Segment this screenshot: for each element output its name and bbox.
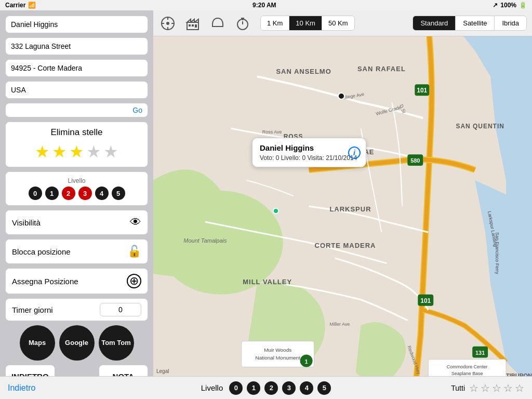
stars-row[interactable]: ★ ★ ★ ★ ★ [11,142,142,162]
left-panel: Go Elimina stelle ★ ★ ★ ★ ★ Livello 0 1 … [0,10,153,376]
timer-input[interactable] [100,303,141,316]
standard-btn[interactable]: Standard [413,16,456,30]
timer-icon-btn[interactable] [233,14,252,33]
star-1[interactable]: ★ [35,142,50,162]
satellite-btn[interactable]: Satellite [456,16,495,30]
level-section-label: Livello [11,177,142,184]
country-field[interactable] [5,81,148,99]
star-5[interactable]: ★ [103,142,118,162]
assign-label: Assegna Posizione [12,277,78,286]
level-0[interactable]: 0 [29,187,42,200]
svg-text:Ross Ave: Ross Ave [262,129,282,135]
lock-icon[interactable]: 🔓 [127,245,141,258]
svg-text:Miller Ave: Miller Ave [330,322,350,327]
popup-info-button[interactable]: i [348,147,361,159]
bottom-star-1[interactable]: ☆ [469,382,478,394]
svg-text:Commodore Center: Commodore Center [447,364,488,369]
legal-text: Legal [156,368,169,374]
svg-rect-19 [506,128,532,232]
svg-text:580: 580 [410,157,420,164]
visibility-row: Visibilità 👁 [5,210,148,235]
svg-text:Muir Woods: Muir Woods [264,347,291,353]
address2-field[interactable] [5,59,148,77]
google-button[interactable]: Google [59,325,95,361]
svg-text:SAN RAFAEL: SAN RAFAEL [357,65,406,73]
svg-text:SAN QUENTIN: SAN QUENTIN [456,123,504,130]
bottom-star-2[interactable]: ☆ [481,382,490,394]
level-2[interactable]: 2 [62,187,75,200]
note-button[interactable]: NOTA [99,365,149,376]
map-area: 1 Km 10 Km 50 Km Standard Satellite Ibri… [153,10,532,376]
bottom-level-1[interactable]: 1 [247,381,260,395]
battery-label: 100% [500,2,516,9]
svg-marker-7 [187,19,191,22]
star-4[interactable]: ★ [86,142,101,162]
bottom-level-2[interactable]: 2 [264,381,278,395]
map-popup: Daniel Higgins Voto: 0 Livello: 0 Visita… [252,138,366,167]
svg-text:1: 1 [305,358,308,365]
km-group: 1 Km 10 Km 50 Km [260,16,355,31]
back-note-row: INDIETRO NOTA [5,365,148,376]
svg-marker-8 [191,19,194,22]
map-type-group: Standard Satellite Ibrida [413,16,527,31]
bottom-level-0[interactable]: 0 [229,381,243,395]
location-icon-btn[interactable] [158,14,177,33]
maps-button[interactable]: Maps [20,325,55,361]
bottom-level-3[interactable]: 3 [282,381,296,395]
star-3[interactable]: ★ [69,142,84,162]
stars-section: Elimina stelle ★ ★ ★ ★ ★ [5,122,148,167]
eye-icon[interactable]: 👁 [130,216,141,229]
crosshair-icon[interactable]: ⊕ [127,274,141,288]
svg-text:101: 101 [420,297,431,304]
factory-icon-btn[interactable] [183,14,202,33]
go-field[interactable]: Go [5,103,148,117]
km10-btn[interactable]: 10 Km [289,16,322,30]
svg-marker-9 [194,19,198,22]
star-2[interactable]: ★ [52,142,67,162]
svg-text:LARKSPUR: LARKSPUR [329,205,371,213]
svg-text:SAN ANSELMO: SAN ANSELMO [276,68,331,75]
time-label: 9:20 AM [252,2,276,9]
block-row: Blocca posizione 🔓 [5,239,148,264]
level-4[interactable]: 4 [95,187,109,200]
timer-row: Timer giorni [5,298,148,321]
bottom-level-4[interactable]: 4 [300,381,313,395]
bottom-star-4[interactable]: ☆ [503,382,513,394]
bottom-back-label[interactable]: Indietro [8,383,35,392]
svg-text:MILL VALLEY: MILL VALLEY [243,278,292,286]
svg-text:TIBURON: TIBURON [506,373,532,376]
km50-btn[interactable]: 50 Km [322,16,354,30]
stars-title: Elimina stelle [11,127,142,138]
map-toolbar: 1 Km 10 Km 50 Km Standard Satellite Ibri… [153,10,532,36]
svg-text:101: 101 [417,87,427,94]
battery-icon: 🔋 [519,2,527,9]
contact-name-field[interactable] [5,16,148,33]
level-3[interactable]: 3 [78,187,92,200]
status-bar: Carrier 📶 9:20 AM ↗ 100% 🔋 [0,0,532,10]
svg-text:Mount Tamalpais: Mount Tamalpais [183,237,227,244]
level-section: Livello 0 1 2 3 4 5 [5,171,148,206]
svg-text:CORTE MADERA: CORTE MADERA [315,242,376,249]
level-badges-row: 0 1 2 3 4 5 [11,187,142,200]
back-button[interactable]: INDIETRO [5,365,55,376]
level-5[interactable]: 5 [112,187,125,200]
map-background[interactable]: 101 580 101 131 SAN ANSELMO SAN RAFAEL R… [153,36,532,376]
svg-point-1 [166,22,169,25]
san-rafael-pin [338,92,345,100]
svg-text:131: 131 [475,350,485,356]
carrier-label: Carrier [5,2,25,9]
address1-field[interactable] [5,37,148,55]
svg-rect-11 [192,24,194,26]
km1-btn[interactable]: 1 Km [261,16,289,30]
bottom-level-5[interactable]: 5 [317,381,331,395]
action-buttons: Maps Google Tom Tom INDIETRO NOTA [5,325,148,376]
corte-madera-pin [273,208,279,214]
tomtom-button[interactable]: Tom Tom [99,325,134,361]
visibility-label: Visibilità [12,218,41,227]
bottom-star-3[interactable]: ☆ [492,382,501,394]
block-label: Blocca posizione [12,247,71,256]
ibrida-btn[interactable]: Ibrida [495,16,526,30]
bottom-star-5[interactable]: ☆ [515,382,524,394]
level-1[interactable]: 1 [45,187,59,200]
helmet-icon-btn[interactable] [208,14,227,33]
